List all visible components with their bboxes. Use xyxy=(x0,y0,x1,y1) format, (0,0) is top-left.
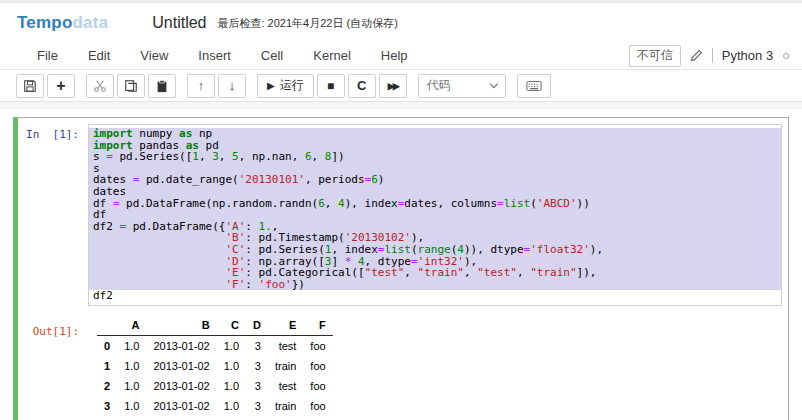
stop-icon: ■ xyxy=(327,79,334,93)
code-editor[interactable]: import numpy as npimport pandas as pds =… xyxy=(88,124,782,306)
table-header-cell: C xyxy=(217,316,246,336)
menubar-right: 不可信 Python 3 ○ xyxy=(629,45,790,67)
table-cell: 2013-01-02 xyxy=(146,335,216,356)
menubar: FileEditViewInsertCellKernelHelp 不可信 Pyt… xyxy=(0,42,802,70)
code-line: df2 xyxy=(89,290,781,302)
table-row: 01.02013-01-021.03testfoo xyxy=(97,335,333,356)
arrow-down-icon: ↓ xyxy=(229,78,236,93)
toolbar-divider xyxy=(0,101,802,109)
table-header-row: ABCDEF xyxy=(97,316,333,336)
copy-cell-button[interactable] xyxy=(117,74,145,98)
table-cell: train xyxy=(268,356,303,376)
command-palette-button[interactable] xyxy=(517,74,551,98)
table-header-cell: B xyxy=(146,316,216,336)
table-cell: train xyxy=(268,396,303,416)
add-cell-button[interactable]: + xyxy=(47,74,75,98)
keyboard-icon xyxy=(526,80,542,92)
table-cell: 1.0 xyxy=(117,356,146,376)
table-header-cell: D xyxy=(246,316,268,336)
kernel-name: Python 3 xyxy=(722,48,773,63)
table-cell: 1.0 xyxy=(117,335,146,356)
restart-icon: C xyxy=(357,78,366,93)
plus-icon: + xyxy=(56,77,65,95)
table-header-cell: A xyxy=(117,316,146,336)
arrow-up-icon: ↑ xyxy=(198,78,205,93)
notebook-page: Tempodata Untitled 最后检查: 2021年4月22日 (自动保… xyxy=(0,3,802,408)
table-cell: 1.0 xyxy=(217,376,246,396)
save-icon xyxy=(23,79,37,93)
table-cell: 1.0 xyxy=(117,396,146,416)
input-area: In [1]: import numpy as npimport pandas … xyxy=(18,124,782,306)
table-cell: foo xyxy=(303,396,332,416)
copy-icon xyxy=(124,79,138,93)
code-line: s = pd.Series([1, 3, 5, np.nan, 6, 8]) xyxy=(89,151,781,163)
table-row: 21.02013-01-021.03testfoo xyxy=(97,376,333,396)
checkpoint-status: 最后检查: 2021年4月22日 (自动保存) xyxy=(217,14,397,31)
run-icon: ▶ xyxy=(267,80,275,91)
table-index-cell: 1 xyxy=(97,356,117,376)
interrupt-kernel-button[interactable]: ■ xyxy=(317,74,345,98)
header: Tempodata Untitled 最后检查: 2021年4月22日 (自动保… xyxy=(0,3,802,42)
trust-status-button[interactable]: 不可信 xyxy=(629,45,681,67)
restart-run-all-button[interactable]: ▶▶ xyxy=(379,74,407,98)
table-cell: 2013-01-02 xyxy=(146,356,216,376)
code-line: 'F': 'foo'}) xyxy=(89,279,781,291)
table-cell: test xyxy=(268,335,303,356)
toolbar: + ↑ ↓ ▶ xyxy=(0,70,802,101)
table-cell: 1.0 xyxy=(217,335,246,356)
kernel-status-circle-icon: ○ xyxy=(782,49,790,62)
app-logo[interactable]: Tempodata xyxy=(17,13,108,33)
code-line: df = pd.DataFrame(np.random.randn(6, 4),… xyxy=(89,198,781,210)
output-table: ABCDEF01.02013-01-021.03testfoo11.02013-… xyxy=(97,316,333,416)
run-cell-button[interactable]: ▶ 运行 xyxy=(257,74,314,98)
notebook-title[interactable]: Untitled xyxy=(152,14,206,32)
menu-item-view[interactable]: View xyxy=(125,44,183,67)
table-cell: 1.0 xyxy=(217,356,246,376)
cell-type-value: 代码 xyxy=(427,77,451,94)
table-cell: 3 xyxy=(246,335,268,356)
table-index-cell: 0 xyxy=(97,335,117,356)
code-cell[interactable]: In [1]: import numpy as npimport pandas … xyxy=(13,117,789,420)
menu-item-help[interactable]: Help xyxy=(366,44,423,67)
restart-kernel-button[interactable]: C xyxy=(348,74,376,98)
table-cell: foo xyxy=(303,335,332,356)
edit-mode-pencil-icon[interactable] xyxy=(690,49,703,62)
menu-item-file[interactable]: File xyxy=(22,44,73,67)
run-label: 运行 xyxy=(280,77,304,94)
chevron-down-icon xyxy=(489,80,497,88)
menu-item-cell[interactable]: Cell xyxy=(246,44,298,67)
move-cell-down-button[interactable]: ↓ xyxy=(218,74,246,98)
input-prompt: In [1]: xyxy=(18,124,88,141)
divider xyxy=(712,48,713,63)
notebook-container: In [1]: import numpy as npimport pandas … xyxy=(0,109,802,420)
table-cell: 2013-01-02 xyxy=(146,376,216,396)
save-button[interactable] xyxy=(16,74,44,98)
output-area: Out[1]: ABCDEF01.02013-01-021.03testfoo1… xyxy=(18,316,782,416)
cell-type-dropdown[interactable]: 代码 xyxy=(418,74,506,98)
table-cell: 3 xyxy=(246,356,268,376)
table-row: 11.02013-01-021.03trainfoo xyxy=(97,356,333,376)
menu-item-insert[interactable]: Insert xyxy=(183,44,246,67)
table-cell: 3 xyxy=(246,396,268,416)
code-line: dates = pd.date_range('20130101', period… xyxy=(89,174,781,186)
menu-item-edit[interactable]: Edit xyxy=(73,44,125,67)
menubar-items: FileEditViewInsertCellKernelHelp xyxy=(22,44,423,67)
paste-cell-button[interactable] xyxy=(148,74,176,98)
table-cell: 3 xyxy=(246,376,268,396)
table-cell: foo xyxy=(303,376,332,396)
output-prompt: Out[1]: xyxy=(18,316,88,338)
table-header-cell: E xyxy=(268,316,303,336)
logo-secondary: data xyxy=(72,13,108,32)
table-cell: test xyxy=(268,376,303,396)
table-cell: 1.0 xyxy=(217,396,246,416)
table-header-cell: F xyxy=(303,316,332,336)
table-cell: 2013-01-02 xyxy=(146,396,216,416)
logo-primary: Tempo xyxy=(17,13,72,32)
cut-icon xyxy=(93,79,107,93)
cut-cell-button[interactable] xyxy=(86,74,114,98)
move-cell-up-button[interactable]: ↑ xyxy=(187,74,215,98)
menu-item-kernel[interactable]: Kernel xyxy=(298,44,366,67)
table-cell: 1.0 xyxy=(117,376,146,396)
table-index-header xyxy=(97,316,117,336)
table-row: 31.02013-01-021.03trainfoo xyxy=(97,396,333,416)
